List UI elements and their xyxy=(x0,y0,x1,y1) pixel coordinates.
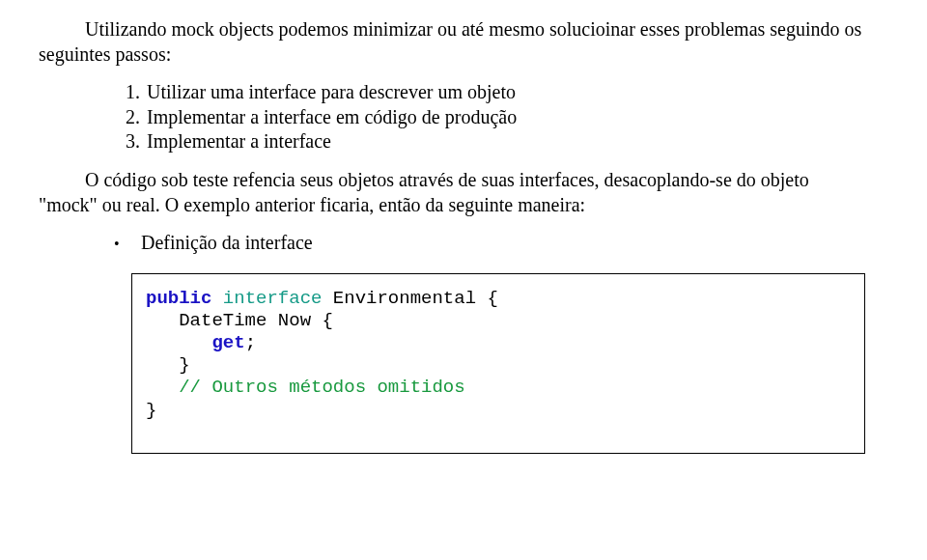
code-keyword: public xyxy=(146,288,211,309)
bullet-dot-icon: • xyxy=(114,235,141,254)
code-text xyxy=(146,332,211,353)
list-item: 1.Utilizar uma interface para descrever … xyxy=(126,80,869,105)
step-text: Implementar a interface em código de pro… xyxy=(147,106,517,127)
code-text: } xyxy=(146,400,156,421)
code-type: interface xyxy=(211,288,322,309)
code-text xyxy=(146,377,179,398)
step-number: 2. xyxy=(126,105,147,130)
ordered-steps: 1.Utilizar uma interface para descrever … xyxy=(39,80,869,154)
step-text: Utilizar uma interface para descrever um… xyxy=(147,81,516,102)
bullet-label: Definição da interface xyxy=(141,232,313,253)
list-item: 3.Implementar a interface xyxy=(126,129,869,154)
intro-paragraph: Utilizando mock objects podemos minimiza… xyxy=(39,17,869,67)
code-comment: // Outros métodos omitidos xyxy=(179,377,464,398)
list-item: 2.Implementar a interface em código de p… xyxy=(126,105,869,130)
code-text: } xyxy=(146,354,190,376)
step-text: Implementar a interface xyxy=(147,130,331,152)
code-text: DateTime Now { xyxy=(146,310,333,331)
document-page: Utilizando mock objects podemos minimiza… xyxy=(0,0,927,560)
bullet-item: •Definição da interface xyxy=(39,231,869,256)
step-number: 1. xyxy=(126,80,147,105)
code-snippet: public interface Environmental { DateTim… xyxy=(131,273,865,454)
code-text: Environmental { xyxy=(322,288,497,309)
body-paragraph: O código sob teste refencia seus objetos… xyxy=(39,168,869,217)
code-keyword: get xyxy=(211,332,244,353)
step-number: 3. xyxy=(126,129,147,154)
code-text: ; xyxy=(245,332,256,353)
